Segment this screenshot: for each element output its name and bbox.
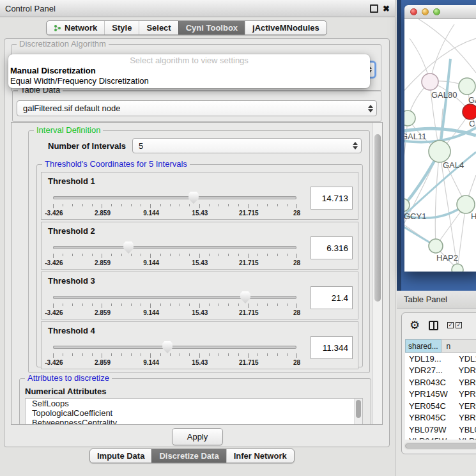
table-cell[interactable]: YBR0	[454, 413, 476, 422]
table-cell[interactable]: YPR145W	[405, 389, 454, 399]
network-node-GAL80[interactable]	[422, 73, 438, 90]
network-node-HAP2[interactable]	[429, 239, 443, 253]
threshold-value-field[interactable]: 21.4	[311, 286, 353, 309]
float-window-icon[interactable]	[370, 4, 378, 13]
table-panel-window: ⚙ ✓ ✓ shared... n YDL19...YDL1YDR27...YD…	[401, 312, 476, 454]
horizontal-scrollbar[interactable]	[404, 442, 476, 450]
network-window-titlebar[interactable]	[404, 5, 476, 19]
slider-handle-icon[interactable]	[240, 291, 250, 303]
table-cell[interactable]: YBL0	[454, 425, 476, 434]
threshold-value-field[interactable]: 14.713	[311, 187, 353, 210]
table-row[interactable]: YLR345WYLR3	[405, 436, 476, 440]
slider-track[interactable]	[53, 196, 296, 199]
table-row[interactable]: YBR045CYBR0	[405, 412, 476, 424]
tick-label: 2.859	[95, 359, 111, 366]
check-none-icon[interactable]: ✓	[456, 322, 462, 328]
table-cell[interactable]: YER0	[454, 401, 476, 411]
vertical-scrollbar[interactable]	[372, 123, 382, 424]
table-cell[interactable]: YDR2	[454, 365, 476, 375]
network-edge[interactable]	[435, 151, 440, 246]
attribute-list-item[interactable]: TopologicalCoefficient	[26, 408, 362, 418]
tick-label: 15.43	[192, 359, 208, 366]
columns-icon[interactable]	[429, 321, 438, 330]
network-node-H[interactable]	[457, 196, 475, 213]
table-cell[interactable]: YDR27...	[405, 365, 454, 375]
column-header-shared-name[interactable]: shared...	[405, 339, 441, 353]
slider-handle-icon[interactable]	[162, 341, 173, 353]
numerical-attributes-list[interactable]: SelfLoopsTopologicalCoefficientBetweenne…	[25, 398, 363, 425]
minimize-traffic-light-icon[interactable]	[422, 8, 429, 15]
group-title: Threshold's Coordinates for 5 Intervals	[42, 159, 190, 169]
tab-select[interactable]: Select	[139, 21, 178, 35]
threshold-slider[interactable]: -3.4262.8599.14415.4321.71528	[53, 290, 296, 318]
tab-cyni-toolbox[interactable]: Cyni Toolbox	[178, 21, 245, 35]
table-row[interactable]: YER054CYER0	[405, 400, 476, 412]
network-node-GA[interactable]	[459, 78, 475, 95]
combo-stepper-icon[interactable]	[349, 139, 360, 152]
tab-discretize-data[interactable]: Discretize Data	[151, 449, 226, 463]
table-row[interactable]: YDR27...YDR2	[405, 365, 476, 377]
threshold-slider[interactable]: -3.4262.8599.14415.4321.71528	[53, 190, 296, 219]
table-row[interactable]: YPR145WYPR1	[405, 388, 476, 401]
list-scrollbar[interactable]	[354, 399, 362, 425]
threshold-value-field[interactable]: 6.316	[311, 236, 353, 259]
table-cell[interactable]: YBR043C	[405, 378, 454, 387]
table-cell[interactable]: YBL079W	[405, 425, 454, 434]
slider-track[interactable]	[53, 246, 296, 249]
table-row[interactable]: YDL19...YDL1	[405, 353, 476, 365]
zoom-traffic-light-icon[interactable]	[433, 8, 440, 15]
list-scrollbar-thumb[interactable]	[356, 400, 361, 418]
gear-icon[interactable]: ⚙	[410, 319, 420, 331]
threshold-slider[interactable]: -3.4262.8599.14415.4321.71528	[53, 340, 296, 368]
combo-stepper-icon[interactable]	[365, 102, 376, 115]
table-cell[interactable]: YBR0	[454, 378, 476, 387]
number-of-intervals-combo[interactable]: 5	[132, 138, 362, 153]
threshold-slider[interactable]: -3.4262.8599.14415.4321.71528	[53, 240, 296, 268]
slider-handle-icon[interactable]	[188, 192, 199, 204]
tab-discretize-data-label: Discretize Data	[159, 451, 219, 461]
group-title: Discretization Algorithm	[17, 39, 109, 49]
table-cell[interactable]: YDL1	[454, 354, 476, 364]
vertical-scrollbar-thumb[interactable]	[374, 134, 381, 302]
table-cell[interactable]: YBR045C	[405, 413, 454, 422]
network-node-C[interactable]	[463, 104, 476, 119]
network-edge[interactable]	[415, 19, 476, 73]
network-canvas[interactable]: GAL80GACGAL11GAL4GCY1HHAP2	[404, 19, 476, 272]
tab-impute-data[interactable]: Impute Data	[90, 449, 151, 463]
table-cell[interactable]: YPR1	[454, 389, 476, 399]
tick-label: -3.426	[45, 210, 63, 217]
network-node-GAL4[interactable]	[429, 141, 450, 162]
tab-network[interactable]: Network	[47, 21, 104, 35]
slider-track[interactable]	[53, 296, 296, 299]
table-row[interactable]: YBR043CYBR0	[405, 376, 476, 388]
attribute-list-item[interactable]: BetweennessCentrality	[26, 418, 362, 425]
slider-track[interactable]	[53, 346, 296, 349]
table-cell[interactable]: YLR3	[454, 436, 476, 440]
network-edge[interactable]	[430, 24, 454, 82]
apply-button[interactable]: Apply	[172, 428, 223, 445]
tab-style[interactable]: Style	[104, 21, 139, 35]
table-cell[interactable]: YLR345W	[405, 436, 454, 440]
dropdown-option-equal-width-frequency[interactable]: Equal Width/Frequency Discretization	[8, 76, 370, 86]
dropdown-option-manual-discretization[interactable]: Manual Discretization	[8, 66, 370, 76]
close-icon[interactable]: ✖	[383, 4, 390, 13]
table-data-combo[interactable]: galFiltered.sif default node	[17, 100, 377, 116]
attribute-list-item[interactable]: SelfLoops	[26, 399, 362, 408]
network-node[interactable]	[452, 264, 463, 272]
slider-handle-icon[interactable]	[123, 242, 134, 254]
table-row[interactable]: YBL079WYBL0	[405, 424, 476, 436]
column-header-name[interactable]: n	[441, 339, 476, 353]
check-all-icon[interactable]: ✓	[447, 322, 454, 328]
close-traffic-light-icon[interactable]	[410, 8, 417, 15]
network-window[interactable]: GAL80GACGAL11GAL4GCY1HHAP2	[404, 5, 476, 272]
tick-label: 2.859	[95, 309, 111, 316]
network-node-GAL11[interactable]	[404, 111, 415, 126]
checkbox-icons[interactable]: ✓ ✓	[447, 322, 462, 328]
horizontal-scrollbar-thumb[interactable]	[405, 443, 476, 449]
table-cell[interactable]: YDL19...	[405, 354, 454, 364]
tick-label: -3.426	[45, 259, 63, 266]
tab-infer-network[interactable]: Infer Network	[226, 449, 294, 463]
tab-jactivemnodules[interactable]: jActiveMNodules	[245, 21, 326, 35]
table-cell[interactable]: YER054C	[405, 401, 454, 411]
threshold-value-field[interactable]: 11.344	[311, 336, 353, 359]
